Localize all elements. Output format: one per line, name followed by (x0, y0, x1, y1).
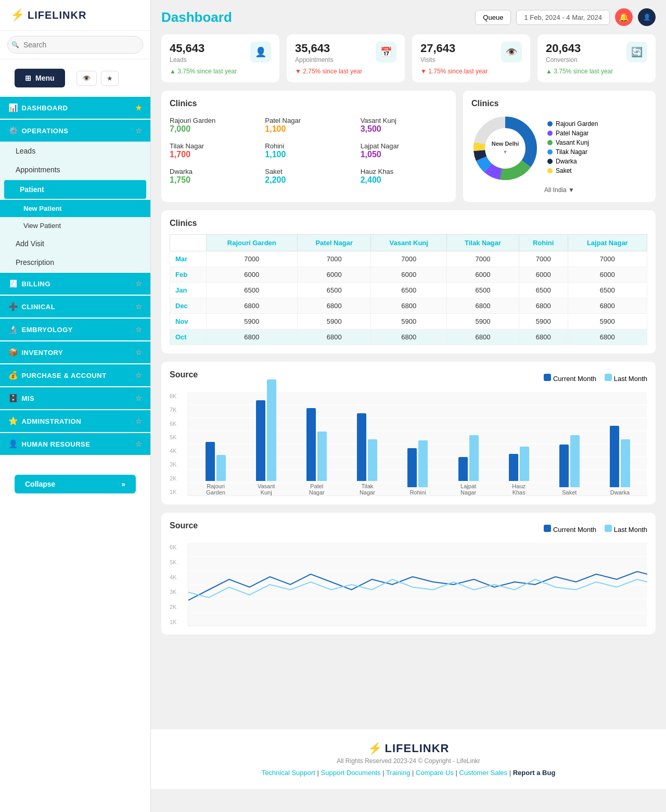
collapse-label: Collapse (25, 480, 55, 488)
sidebar-item-appointments[interactable]: Appointments (0, 160, 150, 179)
operations-icon: ⚙️ (8, 126, 19, 135)
clinical-star[interactable]: ☆ (135, 302, 143, 311)
source-line-legend: Current Month Last Month (544, 525, 647, 534)
stat-label-leads: Leads (170, 56, 204, 64)
source-bar-title: Source (170, 370, 198, 379)
source-bar-legend: Current Month Last Month (544, 374, 647, 383)
sidebar-item-clinical[interactable]: ➕CLINICAL ☆ (0, 296, 150, 318)
svg-point-7 (488, 131, 523, 166)
sidebar-section-mis: 🗄️MIS ☆ (0, 387, 150, 409)
table-header-lajpat: Lajpat Nagar (568, 235, 647, 251)
table-header-patel: Patel Nagar (298, 235, 371, 251)
stat-value-conversion: 20,643 (546, 42, 581, 55)
stat-change-appointments: ▼ 2.75% since last year (295, 68, 396, 75)
sidebar-item-add-visit[interactable]: Add Visit (0, 234, 150, 253)
sidebar-section-hr: 👤HUMAN RESOURSE ☆ (0, 433, 150, 455)
clinic-item-patel: Patel Nagar 1,100 (265, 115, 352, 136)
sidebar-item-view-patient[interactable]: View Patient (0, 217, 150, 234)
table-header-month (170, 235, 207, 251)
clinical-label: CLINICAL (22, 303, 56, 311)
sidebar-item-dashboard[interactable]: 📊DASHBOARD ★ (0, 97, 150, 119)
hr-label: HUMAN RESOURSE (22, 440, 91, 448)
footer-link-technical[interactable]: Technical Support (262, 769, 315, 777)
mis-label: MIS (22, 395, 35, 402)
mis-star[interactable]: ☆ (135, 394, 143, 402)
page-title: Dashboard (161, 9, 232, 26)
footer-link-bug[interactable]: Report a Bug (513, 769, 556, 777)
menu-label: Menu (35, 74, 55, 82)
date-range: 1 Feb, 2024 - 4 Mar, 2024 (516, 10, 610, 25)
source-line-title: Source (170, 521, 198, 530)
footer-link-sales[interactable]: Customer Sales (459, 769, 507, 777)
clinic-item-rohini: Rohini 1,100 (265, 140, 352, 161)
region-selector[interactable]: All India ▼ (471, 186, 647, 194)
embryology-star[interactable]: ☆ (135, 325, 143, 334)
clinics-grid: Rajouri Garden 7,000 Patel Nagar 1,100 V… (170, 115, 447, 187)
operations-star[interactable]: ☆ (135, 126, 143, 135)
logo-icon: ⚡ (10, 8, 24, 22)
sidebar-item-prescription[interactable]: Prescription (0, 253, 150, 272)
sidebar-item-billing[interactable]: 🧾BILLING ☆ (0, 273, 150, 295)
sidebar-item-embryology[interactable]: 🔬EMBRYOLOGY ☆ (0, 319, 150, 340)
clinic-item-dwarka: Dwarka 1,750 (170, 166, 257, 187)
donut-legend: Rajouri Garden Patel Nagar Vasant Kunj T… (547, 120, 598, 176)
dashboard-label: DASHBOARD (22, 104, 68, 112)
bookmark-icon-button[interactable]: ★ (101, 71, 119, 86)
stat-change-leads: ▲ 3.75% since last year (170, 68, 271, 75)
table-header-rohini: Rohini (519, 235, 568, 251)
stat-icon-leads: 👤 (250, 42, 271, 62)
topbar-right: Queue 1 Feb, 2024 - 4 Mar, 2024 🔔 👤 (475, 8, 656, 26)
user-avatar[interactable]: 👤 (638, 8, 656, 26)
dashboard-icon: 📊 (8, 103, 19, 112)
table-row: Jan650065006500650065006500 (170, 283, 647, 298)
sidebar-item-leads[interactable]: Leads (0, 142, 150, 160)
footer-link-support[interactable]: Support Documents (321, 769, 381, 777)
clinics-summary-row: Clinics Rajouri Garden 7,000 Patel Nagar… (161, 91, 656, 202)
sidebar-section-admin: ⭐ADMINSTRATION ☆ (0, 410, 150, 432)
sidebar-item-mis[interactable]: 🗄️MIS ☆ (0, 387, 150, 409)
sidebar-item-hr[interactable]: 👤HUMAN RESOURSE ☆ (0, 433, 150, 455)
purchase-star[interactable]: ☆ (135, 371, 143, 379)
footer-link-training[interactable]: Training (386, 769, 410, 777)
table-row: Dec680068006800680068006800 (170, 298, 647, 314)
inventory-star[interactable]: ☆ (135, 348, 143, 357)
line-y-axis: 6K 5K 4K 3K 2K 1K (170, 543, 176, 626)
source-bar-chart-section: Source Current Month Last Month 8K 7K 6K… (161, 362, 656, 504)
line-last-month-label: Last Month (614, 526, 647, 534)
hr-star[interactable]: ☆ (135, 440, 143, 448)
bar-chart-area: RajouriGarden VasantKunj PatelNagar Tila… (188, 392, 647, 496)
operations-submenu: Leads Appointments Patient New Patient V… (0, 142, 150, 272)
bar-group-tilak: TilakNagar (344, 413, 390, 496)
stats-row: 45,643 Leads 👤 ▲ 3.75% since last year 3… (161, 34, 656, 82)
queue-button[interactable]: Queue (475, 10, 511, 25)
svg-text:▼: ▼ (503, 149, 508, 155)
dashboard-star[interactable]: ★ (135, 104, 143, 112)
user-icon: 👤 (643, 14, 651, 21)
topbar: Dashboard Queue 1 Feb, 2024 - 4 Mar, 202… (161, 8, 656, 26)
sidebar-item-purchase[interactable]: 💰PURCHASE & ACCOUNT ☆ (0, 364, 150, 386)
collapse-button[interactable]: Collapse » (15, 475, 136, 493)
search-input[interactable] (7, 36, 143, 54)
sidebar-section-inventory: 📦INVENTORY ☆ (0, 341, 150, 363)
stat-icon-appointments: 📅 (376, 42, 396, 62)
stat-card-appointments: 35,643 Appointments 📅 ▼ 2.75% since last… (287, 34, 405, 82)
admin-star[interactable]: ☆ (135, 417, 143, 425)
menu-button[interactable]: ⊞ Menu (15, 69, 65, 87)
settings-icon-button[interactable]: 👁️ (76, 71, 97, 86)
bar-group-rajouri: RajouriGarden (193, 442, 239, 496)
billing-star[interactable]: ☆ (135, 280, 143, 288)
notification-button[interactable]: 🔔 (615, 8, 633, 26)
stat-label-conversion: Conversion (546, 56, 581, 64)
sidebar-item-admin[interactable]: ⭐ADMINSTRATION ☆ (0, 410, 150, 432)
sidebar-item-operations[interactable]: ⚙️OPERATIONS ☆ (0, 120, 150, 142)
stat-label-visits: Visits (420, 56, 455, 64)
sidebar-item-new-patient[interactable]: New Patient (0, 200, 150, 217)
mis-icon: 🗄️ (8, 394, 19, 402)
sidebar-item-patient[interactable]: Patient (4, 180, 146, 199)
footer-link-compare[interactable]: Compare Us (416, 769, 454, 777)
sidebar-item-inventory[interactable]: 📦INVENTORY ☆ (0, 341, 150, 363)
y-axis-labels: 8K 7K 6K 5K 4K 3K 2K 1K (170, 392, 176, 496)
last-month-label: Last Month (614, 375, 647, 383)
line-chart-wrapper: 6K 5K 4K 3K 2K 1K (170, 543, 647, 626)
billing-icon: 🧾 (8, 279, 19, 288)
